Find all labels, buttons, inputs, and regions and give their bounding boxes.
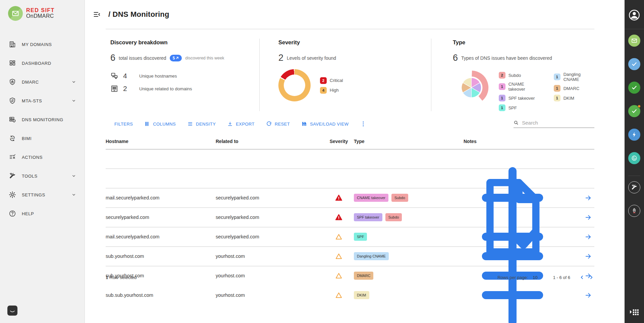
search-icon [514,120,519,126]
type-legend-column-2: 1Dangling CNAME1DMARC1DKIM [554,72,594,111]
cell-severity [324,194,354,201]
arrow-right-icon[interactable] [585,214,592,221]
add-note-icon[interactable] [464,247,561,323]
toolbar-columns-button[interactable]: COLUMNS [144,121,176,127]
type-legend-item-dmarc: 1DMARC [554,85,594,92]
total-issues-label: total issues discovered [119,55,166,61]
type-chip-dkim: DKIM [354,291,369,299]
sidebar-item-actions[interactable]: ACTIONS [0,148,85,167]
next-page-button[interactable] [588,274,594,280]
sidebar-nav: MY DOMAINSDASHBOARDDMARCMTA-STSDNS MONIT… [0,35,85,223]
severity-high-icon [335,291,342,299]
check-icon [631,84,638,91]
search-input[interactable] [522,120,594,126]
type-chip-subdo: Subdo [385,213,402,221]
arrow-right-icon[interactable] [585,292,592,299]
arrow-right-icon[interactable] [585,194,592,201]
legend-label: Critical [330,78,343,83]
table-row[interactable]: securelyparked.comsecurelyparked.comSPF … [106,169,594,188]
sidebar-item-dns-monitoring[interactable]: DNS MONITORING [0,110,85,129]
sidebar-item-my-domains[interactable]: MY DOMAINS [0,35,85,54]
column-header-type[interactable]: Type [354,139,464,144]
rows-per-page-select[interactable]: 10 [533,275,543,280]
app-rocket-button[interactable] [628,205,640,217]
discovery-stat-unique-related-to-domains: 2Unique related to domains [110,85,259,93]
sidebar-item-bimi[interactable]: LOGOBIMI [0,129,85,148]
arrow-right-icon[interactable] [585,253,592,260]
cell-type: DMARC [354,272,464,280]
app-check-blue-button[interactable] [628,58,640,70]
toolbar-density-button[interactable]: DENSITY [187,121,216,127]
severity-legend: 2Critical4High [320,77,343,94]
brand-name: RED SIFT [26,8,55,13]
type-chip-cname-takeover: CNAME takeover [354,194,388,202]
caret-down-icon [539,275,544,280]
severity-count: 2 [278,53,283,63]
save-icon [301,121,307,127]
type-chip-subdo: Subdo [391,194,408,202]
brand-product: OnDMARC [26,13,55,19]
arrow-right-icon[interactable] [585,233,592,240]
app-radar-button[interactable] [628,152,640,164]
sidebar-item-label: SETTINGS [22,192,45,197]
chevron-down-icon [71,79,76,85]
user-avatar-button[interactable] [628,9,641,21]
chat-widget-button[interactable] [7,306,17,316]
column-header-severity[interactable]: Severity [324,139,354,144]
cell-type: CNAME takeoverSubdo [354,194,464,202]
more-options-button[interactable] [360,121,367,127]
chevron-down-icon [71,98,76,103]
legend-value-chip: 1 [554,85,560,92]
domains-icon [9,41,16,48]
rail-divider [625,29,644,29]
apps-grid-button[interactable] [629,308,639,316]
severity-legend-item-critical: 2Critical [320,77,343,84]
legend-value-chip: 1 [499,95,505,101]
legend-value-chip: 1 [554,95,560,101]
sidebar-item-dmarc[interactable]: DMARC [0,73,85,91]
app-ondmarc-button[interactable] [628,35,640,47]
cell-type: DKIM [354,291,464,299]
column-header-notes[interactable]: Notes [464,139,561,144]
cell-notes [464,247,561,323]
legend-value-chip: 4 [320,87,327,94]
type-pie-chart [453,68,490,107]
filter-icon [106,121,112,127]
toolbar-export-button[interactable]: EXPORT [227,121,255,127]
column-header-related-to[interactable]: Related to [216,139,324,144]
type-card: Type 6 Types of DNS issues have been dis… [431,39,594,111]
toolbar-reset-button[interactable]: RESET [266,121,290,127]
discovery-breakdown-card: Discovery breakdown 6 total issues disco… [106,39,259,111]
previous-page-button[interactable] [579,274,585,280]
sidebar-item-label: MTA-STS [22,98,42,103]
sidebar-item-label: DASHBOARD [22,61,51,66]
toolbar-save-load-view-button[interactable]: SAVE/LOAD VIEW [301,121,348,127]
hostnames-icon [110,72,118,80]
severity-legend-item-high: 4High [320,87,343,94]
cell-hostname: mail.securelyparked.com [106,234,216,239]
app-tools-button[interactable] [628,181,640,193]
sidebar-item-dashboard[interactable]: DASHBOARD [0,54,85,73]
app-check-green-notify-button[interactable] [628,105,640,117]
toolbar-filters-button[interactable]: FILTERS [106,121,133,127]
type-legend-item-dkim: 1DKIM [554,95,594,101]
column-header-hostname[interactable]: Hostname [106,139,216,144]
columns-icon [144,121,150,127]
sidebar-item-help[interactable]: HELP [0,204,85,223]
toolbar-button-label: COLUMNS [153,122,176,127]
legend-label: DKIM [564,96,575,101]
sidebar-item-settings[interactable]: SETTINGS [0,185,85,204]
sidebar-item-tools[interactable]: TOOLS [0,167,85,185]
brand-logo[interactable]: RED SIFT OnDMARC [0,6,85,21]
severity-card: Severity 2 Levels of severity found 2Cri… [259,39,431,111]
app-check-green-button[interactable] [628,82,640,94]
cell-severity [324,252,354,260]
cell-related-to: yourhost.com [216,292,324,298]
cell-related-to: securelyparked.com [216,195,324,200]
legend-label: Dangling CNAME [564,72,594,82]
table-row[interactable]: mail.securelyparked.comsecurelyparked.co… [106,149,594,169]
sidebar-collapse-button[interactable] [93,10,101,18]
app-bolt-button[interactable] [628,129,640,141]
sidebar-item-mta-sts[interactable]: MTA-STS [0,91,85,110]
main-content: / DNS Monitoring Discovery breakdown 6 t… [85,0,625,323]
